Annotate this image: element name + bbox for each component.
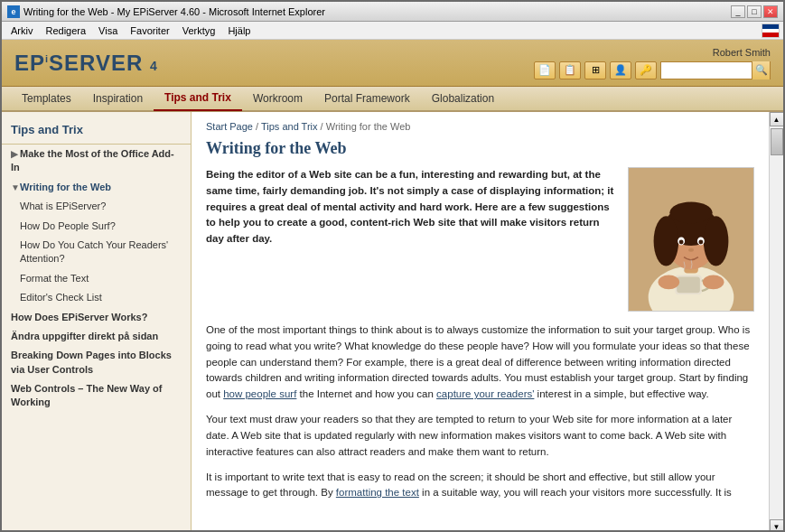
epi-logo-i: i xyxy=(45,53,49,64)
toolbar-person-btn[interactable]: 👤 xyxy=(610,61,631,79)
nav-tips-and-trix[interactable]: Tips and Trix xyxy=(154,86,242,111)
scroll-up-btn[interactable]: ▲ xyxy=(770,112,784,126)
svg-point-12 xyxy=(688,248,694,252)
window-title: Writing for the Web - My EPiServer 4.60 … xyxy=(23,6,325,17)
menu-hjälp[interactable]: Hjälp xyxy=(222,23,256,38)
link-capture-readers[interactable]: capture your readers' xyxy=(436,388,534,399)
body-text-3: It is important to write text that is ea… xyxy=(206,470,754,502)
sidebar-item-format-text[interactable]: Format the Text xyxy=(2,269,191,288)
nav-globalization[interactable]: Globalization xyxy=(421,86,505,111)
nav-workroom[interactable]: Workroom xyxy=(242,86,313,111)
maximize-button[interactable]: □ xyxy=(747,5,762,18)
arrow-icon-office: ▶ xyxy=(11,148,20,161)
link-formatting-text[interactable]: formatting the text xyxy=(336,487,419,498)
search-input[interactable] xyxy=(661,62,752,79)
epi-toolbar: 📄 📋 ⊞ 👤 🔑 🔍 xyxy=(534,61,771,79)
svg-point-7 xyxy=(669,202,712,224)
link-how-people-surf[interactable]: how people surf xyxy=(223,388,296,399)
epi-header-right: Robert Smith 📄 📋 ⊞ 👤 🔑 🔍 xyxy=(534,47,771,79)
menu-visa[interactable]: Visa xyxy=(93,23,123,38)
epi-version: 4 xyxy=(150,59,158,73)
close-button[interactable]: ✕ xyxy=(763,5,778,18)
content-area: Tips and Trix ▶ Make the Most of the Off… xyxy=(2,112,783,532)
title-bar: e Writing for the Web - My EPiServer 4.6… xyxy=(2,2,783,22)
menu-favoriter[interactable]: Favoriter xyxy=(125,23,174,38)
epi-header: EPiSERVER 4 Robert Smith 📄 📋 ⊞ 👤 🔑 🔍 xyxy=(2,40,783,87)
sidebar-item-how-does-episerver[interactable]: How Does EPiServer Works? xyxy=(2,308,191,327)
svg-point-16 xyxy=(703,275,724,289)
sidebar-item-how-do-people-surf[interactable]: How Do People Surf? xyxy=(2,217,191,236)
sidebar: Tips and Trix ▶ Make the Most of the Off… xyxy=(2,112,192,532)
title-bar-left: e Writing for the Web - My EPiServer 4.6… xyxy=(7,5,325,18)
title-bar-buttons: _ □ ✕ xyxy=(731,5,778,18)
user-name: Robert Smith xyxy=(713,47,771,58)
sidebar-item-web-controls[interactable]: Web Controls – The New Way of Working xyxy=(2,379,191,413)
main-content: Start Page / Tips and Trix / Writing for… xyxy=(192,112,769,532)
breadcrumb-tips[interactable]: Tips and Trix xyxy=(261,121,318,132)
nav-templates[interactable]: Templates xyxy=(11,86,82,111)
svg-point-15 xyxy=(659,275,680,289)
sidebar-item-andra-uppgifter[interactable]: Ändra uppgifter direkt på sidan xyxy=(2,327,191,346)
sidebar-item-catch-readers[interactable]: How Do You Catch Your Readers' Attention… xyxy=(2,236,191,269)
breadcrumb: Start Page / Tips and Trix / Writing for… xyxy=(206,121,754,132)
toolbar-link-btn[interactable]: ⊞ xyxy=(584,61,606,79)
body-text-1: One of the most important things to thin… xyxy=(206,322,754,403)
search-button[interactable]: 🔍 xyxy=(752,61,770,79)
menu-redigera[interactable]: Redigera xyxy=(40,23,91,38)
sidebar-title: Tips and Trix xyxy=(2,119,191,145)
breadcrumb-current: Writing for the Web xyxy=(326,121,411,132)
sidebar-item-editors-checklist[interactable]: Editor's Check List xyxy=(2,288,191,307)
minimize-button[interactable]: _ xyxy=(731,5,745,18)
main-nav: Templates Inspiration Tips and Trix Work… xyxy=(2,87,783,112)
content-block: Being the editor of a Web site can be a … xyxy=(206,167,754,312)
scroll-thumb[interactable] xyxy=(771,128,783,155)
body-text-2: Your text must draw your readers so that… xyxy=(206,412,754,460)
ie-icon: e xyxy=(7,5,20,18)
page-title: Writing for the Web xyxy=(206,139,754,158)
arrow-icon-writing: ▼ xyxy=(11,182,20,194)
scroll-down-btn[interactable]: ▼ xyxy=(770,519,784,532)
menu-arkiv[interactable]: Arkiv xyxy=(5,23,38,38)
toolbar-key-btn[interactable]: 🔑 xyxy=(635,61,657,79)
nav-inspiration[interactable]: Inspiration xyxy=(82,86,154,111)
content-image xyxy=(628,167,754,312)
breadcrumb-start[interactable]: Start Page xyxy=(206,121,253,132)
toolbar-page-btn[interactable]: 📄 xyxy=(534,61,556,79)
sidebar-item-what-is-episerver[interactable]: What is EPiServer? xyxy=(2,197,191,216)
svg-point-5 xyxy=(654,216,679,266)
nav-portal-framework[interactable]: Portal Framework xyxy=(313,86,421,111)
menu-bar: Arkiv Redigera Visa Favoriter Verktyg Hj… xyxy=(2,22,783,40)
sidebar-item-breaking-down[interactable]: Breaking Down Pages into Blocks via User… xyxy=(2,346,191,379)
intro-paragraph: Being the editor of a Web site can be a … xyxy=(206,169,613,244)
sidebar-item-writing-for-web[interactable]: ▼ Writing for the Web xyxy=(2,178,191,197)
menu-verktyg[interactable]: Verktyg xyxy=(177,23,221,38)
svg-point-11 xyxy=(698,239,703,244)
svg-point-6 xyxy=(704,216,729,266)
toolbar-new-btn[interactable]: 📋 xyxy=(559,61,581,79)
svg-rect-14 xyxy=(677,276,700,293)
intro-text: Being the editor of a Web site can be a … xyxy=(206,167,617,312)
sidebar-item-office-addin[interactable]: ▶ Make the Most of the Office Add-In xyxy=(2,145,191,178)
scrollbar: ▲ ▼ xyxy=(769,112,783,532)
epi-logo: EPiSERVER 4 xyxy=(14,51,158,76)
search-box: 🔍 xyxy=(660,61,771,79)
windows-flag xyxy=(762,23,780,38)
svg-point-10 xyxy=(679,239,684,244)
